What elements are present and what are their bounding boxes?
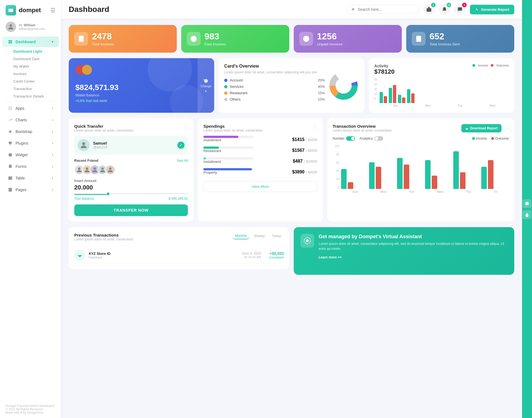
settings-icon	[525, 201, 529, 206]
transfer-now-button[interactable]: TRANSFER NOW	[74, 204, 188, 216]
cards-overview-title: Card's Overview	[224, 64, 325, 69]
transaction-bar-chart: 100806040200	[333, 145, 509, 193]
bar-group-thu	[453, 151, 481, 189]
bottom-row: Quick Transfer Lorem ipsum dolor sit ame…	[69, 118, 514, 222]
see-all-button[interactable]: See All	[177, 158, 188, 163]
footer-brand: Dompet Payment Admin Dashboard	[6, 404, 55, 407]
svg-point-15	[11, 109, 12, 110]
number-toggle-switch[interactable]	[346, 136, 355, 141]
filter-today[interactable]: Today	[269, 233, 284, 239]
bag-button[interactable]: 2	[423, 4, 434, 15]
chevron-down-icon: ▾	[205, 89, 207, 93]
dashboard-arrow: ▾	[52, 40, 53, 44]
search-box[interactable]	[347, 5, 419, 14]
svg-rect-3	[9, 40, 10, 42]
bar-group-wed	[425, 160, 452, 189]
download-arrow-icon	[77, 252, 83, 258]
prev-trans-title: Previous Transactions	[74, 233, 133, 237]
activity-card: Activity $78120 Income Outcome 806040200	[369, 58, 514, 113]
analytics-toggle-switch[interactable]	[374, 136, 383, 141]
wallet-change-button[interactable]: Change ▾	[198, 58, 214, 113]
sidebar-item-dashboard[interactable]: Dashboard ▾	[2, 37, 59, 47]
stat-card-total: 2478 Total Invoices	[69, 25, 177, 53]
recent-friends-row: Recent Friend See All	[74, 158, 188, 163]
bell-icon	[442, 7, 447, 12]
mastercard-logo	[75, 65, 208, 75]
chat-button[interactable]: 5	[454, 4, 466, 15]
svg-point-47	[82, 142, 85, 145]
balance-label: Your Balance	[74, 197, 94, 201]
va-text: Lorem ipsum dolor sit amet, consectetur …	[319, 241, 508, 251]
view-more-button[interactable]: View More	[203, 181, 317, 192]
search-input[interactable]	[358, 7, 408, 12]
sidebar-footer: Dompet Payment Admin Dashboard © 2021 Al…	[0, 400, 61, 418]
bar-sun-income	[380, 92, 383, 103]
sidebar-sub-cards-center[interactable]: Cards Center	[0, 78, 61, 85]
sidebar-sub-my-wallet[interactable]: My Wallet	[0, 63, 61, 70]
download-report-button[interactable]: Download Report	[461, 124, 502, 132]
trans-menu-icon[interactable]: ⋮	[504, 125, 509, 131]
quick-transfer-menu[interactable]: ⋮	[183, 124, 188, 130]
outcome-legend-dot	[491, 137, 494, 140]
settings-button[interactable]	[523, 199, 531, 208]
analytics-toggle[interactable]: Analytics	[359, 136, 383, 141]
spending-property: Property $3890 / $4000	[203, 168, 317, 176]
sidebar-item-table-label: Table	[16, 176, 25, 180]
spendings-menu[interactable]: ⋮	[312, 124, 317, 130]
svg-point-49	[86, 167, 88, 170]
amount-slider[interactable]	[74, 193, 188, 195]
sidebar-item-charts[interactable]: Charts ›	[2, 115, 59, 125]
svg-marker-16	[8, 130, 12, 133]
sidebar-item-bootstrap[interactable]: Bootstrap ›	[2, 126, 59, 137]
quick-transfer-title: Quick Transfer	[74, 124, 133, 129]
spendings-title: Spendings	[203, 124, 262, 129]
outcome-label: Outcome	[496, 64, 509, 67]
hamburger[interactable]: ☰	[50, 7, 55, 14]
total-invoices-label: Total Invoices	[92, 42, 114, 46]
stat-card-unpaid: 1256 Unpaid Invoices	[294, 25, 402, 53]
sidebar-item-pages[interactable]: Pages ›	[2, 184, 59, 195]
sidebar-item-plugins[interactable]: Plugins ›	[2, 138, 59, 148]
svg-rect-31	[79, 36, 83, 42]
sidebar-sub-transaction[interactable]: Transaction	[0, 85, 61, 93]
sidebar-item-pages-label: Pages	[16, 188, 27, 192]
bell-button[interactable]: 12	[439, 4, 450, 15]
sidebar-item-bootstrap-label: Bootstrap	[16, 129, 32, 134]
sidebar-sub-dashboard-light[interactable]: Dashboard Light	[0, 48, 61, 55]
user-name: William	[24, 23, 35, 27]
svg-point-46	[336, 78, 351, 93]
trans-type: Cashback	[89, 256, 111, 259]
investment-label: Investment	[203, 138, 253, 142]
apps-arrow: ›	[52, 106, 53, 110]
friend-5[interactable]	[105, 165, 115, 175]
income-label: Income	[478, 64, 488, 67]
sidebar-item-apps-label: Apps	[16, 106, 24, 111]
slider-thumb[interactable]	[106, 192, 110, 196]
sidebar-item-widget[interactable]: Widget ›	[2, 150, 59, 160]
va-learn-more[interactable]: Learn more >>	[319, 255, 342, 259]
sidebar-item-forms[interactable]: Forms ›	[2, 161, 59, 172]
trans-status: Completed	[264, 256, 284, 259]
sidebar-item-plugins-label: Plugins	[16, 141, 28, 145]
logo-icon	[6, 5, 16, 16]
sidebar-sub-invoices[interactable]: Invoices	[0, 70, 61, 78]
chat-badge: 5	[462, 3, 467, 7]
trans-time: 05:34:45 AM	[242, 255, 261, 259]
svg-rect-4	[11, 40, 12, 42]
refresh-icon	[203, 78, 208, 83]
number-toggle[interactable]: Number	[333, 136, 355, 141]
trans-overview-subtitle: Lorem ipsum dolor sit amet, consectetur	[333, 129, 392, 132]
sidebar-item-apps[interactable]: Apps ›	[2, 103, 59, 114]
filter-monthly[interactable]: Monthly	[232, 233, 250, 239]
generate-report-button[interactable]: Generate Report	[470, 5, 514, 14]
svg-rect-30	[427, 8, 431, 12]
sidebar-sub-transaction-details[interactable]: Transaction Details	[0, 93, 61, 100]
svg-rect-24	[9, 188, 12, 191]
legend-others: Others 15%	[224, 97, 325, 101]
water-button[interactable]	[523, 210, 531, 219]
filter-weekly[interactable]: Weekly	[251, 233, 268, 239]
sidebar-item-table[interactable]: Table ›	[2, 173, 59, 183]
sidebar-sub-dashboard-dark[interactable]: Dashboard Dark	[0, 55, 61, 63]
outcome-dot	[491, 64, 493, 67]
wallet-amount: $824,571.93	[75, 83, 208, 92]
